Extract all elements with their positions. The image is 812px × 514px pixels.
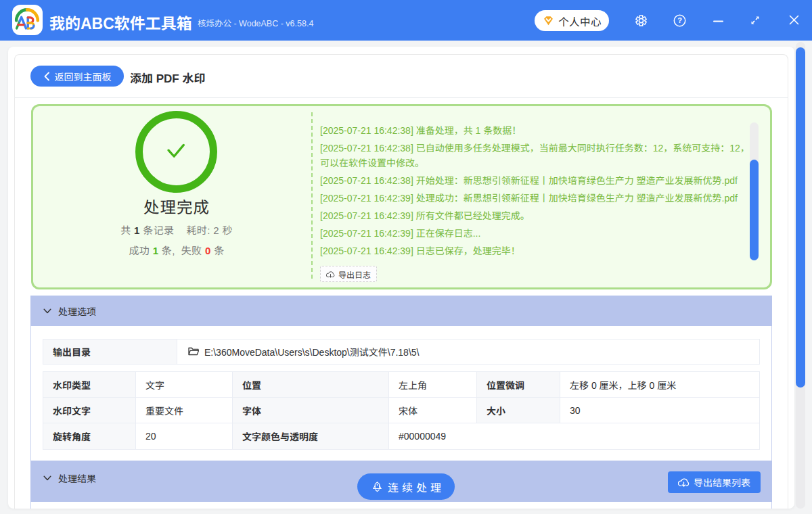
svg-text:?: ? bbox=[677, 16, 682, 24]
